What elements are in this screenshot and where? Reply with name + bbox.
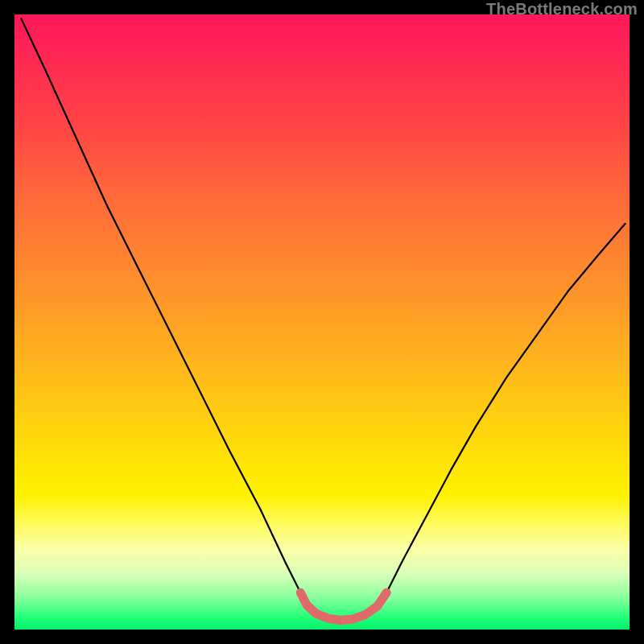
valley-highlight	[300, 592, 386, 620]
chart-overlay-svg	[14, 14, 630, 630]
watermark-text: TheBottleneck.com	[486, 0, 638, 19]
curve-left	[21, 19, 303, 599]
curve-right	[383, 224, 625, 599]
chart-canvas: TheBottleneck.com	[0, 0, 644, 644]
